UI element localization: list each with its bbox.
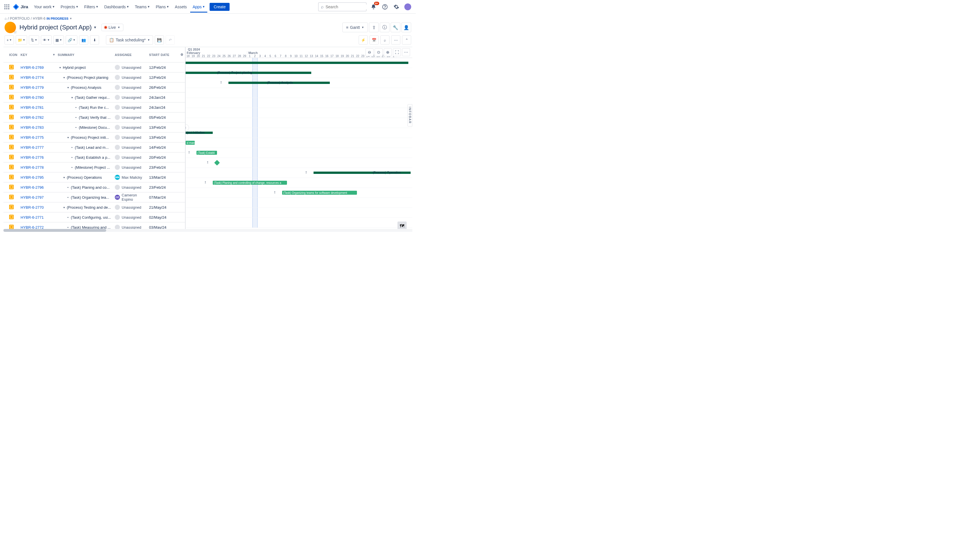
assignee-cell[interactable]: Unassigned [115,185,149,190]
assignee-cell[interactable]: MMMax Malicky [115,175,149,180]
share-button[interactable]: ⇪ [369,22,379,32]
table-row[interactable]: HYBR-6-2796•(Task) Planing and co...Unas… [3,183,185,192]
link-button[interactable]: 🔗▼ [66,35,77,45]
issue-key[interactable]: HYBR-6-2781 [21,105,58,110]
zoom-out-button[interactable]: ⊖ [366,48,374,56]
live-indicator[interactable]: Live ▼ [101,24,123,31]
automation-button[interactable]: ⚡ [359,35,368,45]
issue-key[interactable]: HYBR-6-2779 [21,85,58,90]
nav-item-dashboards[interactable]: Dashboards▼ [102,3,131,10]
breadcrumb-key[interactable]: HYBR-6 [33,17,45,21]
home-icon[interactable]: ⌂ [5,17,6,21]
table-row[interactable]: HYBR-6-2771•(Task) Configuring, usi...Un… [3,212,185,223]
gantt-bar[interactable]: d man. [186,141,195,145]
issue-key[interactable]: HYBR-6-2797 [21,195,58,200]
assignee-cell[interactable]: Unassigned [115,115,149,120]
user-button[interactable]: 👤 [401,22,411,32]
nav-item-plans[interactable]: Plans▼ [153,3,171,10]
add-button[interactable]: +▼ [5,35,14,45]
view-mode-button[interactable]: ≡ Gantt ▼ [342,22,368,32]
gantt-bar[interactable]: (Task) Planing and controlling of change… [213,181,287,185]
profile-avatar[interactable] [403,2,412,11]
col-header-summary[interactable]: Summary [58,53,115,57]
expand-toggle[interactable]: ▾ [66,86,70,89]
table-row[interactable]: HYBR-6-2783•(Milestone) Docu...Unassigne… [3,122,185,132]
nav-item-your-work[interactable]: Your work▼ [32,3,57,10]
issue-key[interactable]: HYBR-6-2774 [21,75,58,80]
gantt-bar[interactable]: (Task) Organizing teams for software dev… [282,191,357,195]
title-chevron-icon[interactable]: ▼ [93,25,97,29]
assignee-cell[interactable]: Unassigned [115,105,149,110]
visibility-button[interactable]: 👁▼ [41,35,52,45]
info-button[interactable]: ⓘ [380,22,390,32]
col-header-key[interactable]: Key ▼ [21,53,58,57]
app-switcher-icon[interactable] [3,3,10,10]
assignee-cell[interactable]: Unassigned [115,205,149,210]
issue-key[interactable]: HYBR-6-2796 [21,185,58,189]
zoom-reset-button[interactable]: ⊙ [375,48,383,56]
issue-key[interactable]: HYBR-6-2775 [21,135,58,140]
table-row[interactable]: HYBR-6-2779▾(Process) AnalysisUnassigned… [3,83,185,92]
table-row[interactable]: HYBR-6-2776•(Task) Establish a p...Unass… [3,153,185,162]
create-button[interactable]: Create [210,3,229,11]
more-button[interactable]: ⋯ [391,35,400,45]
table-row[interactable]: HYBR-6-2769▾Hybrid projectUnassigned12/F… [3,62,185,73]
nav-item-teams[interactable]: Teams▼ [132,3,152,10]
table-row[interactable]: HYBR-6-2795▾(Process) OperationsMMMax Ma… [3,172,185,183]
assignee-cell[interactable]: Unassigned [115,145,149,150]
issue-key[interactable]: HYBR-6-2795 [21,175,58,180]
nav-item-filters[interactable]: Filters▼ [82,3,101,10]
col-header-start-date[interactable]: Start Date ⚙ [149,53,185,57]
nav-item-projects[interactable]: Projects▼ [58,3,81,10]
project-avatar[interactable] [5,22,16,33]
issue-key[interactable]: HYBR-6-2782 [21,115,58,119]
gantt-bar[interactable]: (Task) Establi [196,151,217,155]
settings-icon[interactable] [392,2,401,11]
assignee-cell[interactable]: Unassigned [115,85,149,90]
table-row[interactable]: HYBR-6-2777•(Task) Lead and m...Unassign… [3,143,185,153]
issue-key[interactable]: HYBR-6-2778 [21,165,58,170]
table-row[interactable]: HYBR-6-2780▾(Task) Gather requi...Unassi… [3,92,185,102]
table-row[interactable]: HYBR-6-2775▾(Process) Project initi...Un… [3,132,185,143]
gantt-milestone[interactable] [214,160,220,165]
horizontal-scrollbar[interactable] [3,229,412,232]
issue-key[interactable]: HYBR-6-2771 [21,215,58,219]
expand-toggle[interactable]: ▾ [62,206,66,209]
issue-key[interactable]: HYBR-6-2783 [21,125,58,130]
assignee-cell[interactable]: Unassigned [115,75,149,80]
table-row[interactable]: HYBR-6-2782•(Task) Verify that ...Unassi… [3,113,185,122]
expand-toggle[interactable]: ▾ [58,66,62,69]
assignee-cell[interactable]: Unassigned [115,125,149,130]
gear-icon[interactable]: ⚙ [180,53,183,57]
timeline-more-button[interactable]: ⋯ [402,48,410,56]
search-input[interactable] [326,5,375,9]
search-box[interactable]: ⌕ [318,2,367,11]
people-button[interactable]: 👥 [79,35,88,45]
issue-key[interactable]: HYBR-6-2770 [21,205,58,210]
scrollbar-thumb[interactable] [3,229,106,232]
jira-logo[interactable]: Jira [13,3,28,10]
table-row[interactable]: HYBR-6-2770▾(Process) Testing and de...U… [3,202,185,212]
sort-button[interactable]: ⇅▼ [29,35,39,45]
assignee-cell[interactable]: Unassigned [115,165,149,170]
save-button[interactable]: 💾 [155,35,164,45]
undo-button[interactable]: ↶ [165,35,175,45]
issue-key[interactable]: HYBR-6-2769 [21,65,58,70]
table-row[interactable]: HYBR-6-2797•(Task) Organizing tea...CECa… [3,192,185,202]
infobar-toggle[interactable]: INFOBAR [407,104,412,126]
fullscreen-button[interactable]: ⛶ [393,48,401,56]
assignee-cell[interactable]: Unassigned [115,65,149,70]
table-row[interactable]: HYBR-6-2778•(Milestone) Project ...Unass… [3,162,185,172]
issue-key[interactable]: HYBR-6-2776 [21,155,58,160]
breadcrumb-portfolio[interactable]: PORTFOLIO [10,17,30,21]
assignee-cell[interactable]: Unassigned [115,95,149,100]
issue-key[interactable]: HYBR-6-2780 [21,95,58,100]
table-row[interactable]: HYBR-6-2781•(Task) Run the c...Unassigne… [3,102,185,113]
chevron-down-icon[interactable]: ▼ [69,17,72,20]
issue-key[interactable]: HYBR-6-2777 [21,145,58,149]
folder-button[interactable]: 📁▼ [16,35,27,45]
assignee-cell[interactable]: Unassigned [115,155,149,160]
status-badge[interactable]: IN PROGRESS [46,17,68,20]
nav-item-apps[interactable]: Apps▼ [190,1,207,13]
help-icon[interactable] [380,2,390,11]
